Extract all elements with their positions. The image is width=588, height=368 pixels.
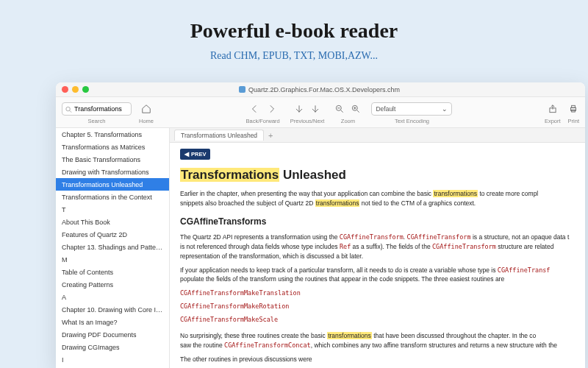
text-encoding-select[interactable]: Default ⌄ xyxy=(371,102,452,116)
toolbar: Search Home Back/Forward Previous/Next xyxy=(56,97,585,128)
sidebar-item[interactable]: T xyxy=(56,203,169,216)
next-icon[interactable] xyxy=(310,104,320,114)
sidebar-item[interactable]: Creating Patterns xyxy=(56,278,169,291)
sidebar-item[interactable]: Drawing PDF Documents xyxy=(56,328,169,341)
chevron-left-icon: ◀ xyxy=(184,150,189,158)
prev-button[interactable]: ◀ PREV xyxy=(180,149,210,160)
document-content: ◀ PREV Transformations Unleashed Earlier… xyxy=(170,143,585,368)
svg-rect-11 xyxy=(572,105,576,107)
sidebar-item[interactable]: Chapter 13. Shadings and Patterns xyxy=(56,241,169,253)
fullscreen-button[interactable] xyxy=(82,86,89,93)
prevnext-label: Previous/Next xyxy=(290,118,325,124)
sidebar-item[interactable]: Chapter 5. Transformations xyxy=(56,128,169,141)
print-icon[interactable] xyxy=(568,104,578,114)
sidebar-item[interactable]: What Is an Image? xyxy=(56,316,169,328)
home-icon[interactable] xyxy=(141,104,151,114)
svg-point-0 xyxy=(66,107,71,111)
sidebar-item[interactable]: The Basic Transformations xyxy=(56,153,169,166)
doc-heading: Transformations Unleashed xyxy=(180,166,575,185)
search-icon xyxy=(65,105,73,113)
zoom-out-icon[interactable] xyxy=(334,104,345,114)
traffic-lights xyxy=(62,86,89,93)
svg-line-4 xyxy=(341,110,343,112)
tab-current[interactable]: Transformations Unleashed xyxy=(174,130,264,141)
svg-line-8 xyxy=(357,110,359,112)
titlebar: Quartz.2D.Graphics.For.Mac.OS.X.Develope… xyxy=(56,82,585,97)
window-title: Quartz.2D.Graphics.For.Mac.OS.X.Develope… xyxy=(248,86,400,93)
export-label: Export xyxy=(545,118,561,124)
sidebar-item[interactable]: Chapter 10. Drawing with Core Image xyxy=(56,303,169,316)
sidebar-item[interactable]: Drawing CGImages xyxy=(56,341,169,353)
sidebar-item[interactable]: About This Book xyxy=(56,216,169,228)
document-icon xyxy=(239,86,245,93)
chevron-down-icon: ⌄ xyxy=(442,105,448,113)
sidebar-item[interactable]: Table of Contents xyxy=(56,266,169,278)
home-label: Home xyxy=(139,118,154,124)
code-line: CGAffineTransformMakeScale xyxy=(180,315,575,325)
zoom-in-icon[interactable] xyxy=(351,104,361,114)
code-line: CGAffineTransformMakeTranslation xyxy=(180,289,575,298)
svg-line-1 xyxy=(70,110,71,112)
paragraph: Earlier in the chapter, when presenting … xyxy=(180,189,575,208)
doc-subheading: CGAffineTransforms xyxy=(180,215,575,228)
sidebar-item[interactable]: A xyxy=(56,291,169,303)
sidebar-item[interactable]: Transformations Unleashed xyxy=(56,178,169,191)
back-icon[interactable] xyxy=(250,104,260,114)
hero-subtitle: Read CHM, EPUB, TXT, MOBI,AZW... xyxy=(0,50,588,62)
sidebar-item[interactable]: I xyxy=(56,353,169,366)
forward-icon[interactable] xyxy=(266,104,276,114)
sidebar-item[interactable]: Transformations in the Context xyxy=(56,191,169,203)
export-icon[interactable] xyxy=(548,104,558,114)
zoom-label: Zoom xyxy=(341,118,355,124)
sidebar-item[interactable]: Drawing with Transformations xyxy=(56,166,169,178)
paragraph: The other routines in previous discussio… xyxy=(180,355,575,364)
close-button[interactable] xyxy=(62,86,68,93)
minimize-button[interactable] xyxy=(72,86,79,93)
sidebar: Chapter 5. TransformationsTransformation… xyxy=(56,128,170,368)
paragraph: No surprisingly, these three routines cr… xyxy=(180,331,575,350)
previous-icon[interactable] xyxy=(294,104,304,114)
sidebar-item[interactable]: Transformations as Matrices xyxy=(56,141,169,153)
new-tab-button[interactable]: + xyxy=(268,131,273,140)
sidebar-item[interactable]: M xyxy=(56,253,169,266)
sidebar-item[interactable]: Features of Quartz 2D xyxy=(56,228,169,241)
textenc-label: Text Encoding xyxy=(395,118,429,124)
app-window: Quartz.2D.Graphics.For.Mac.OS.X.Develope… xyxy=(56,82,585,368)
tabbar: Transformations Unleashed + xyxy=(170,128,585,143)
code-line: CGAffineTransformMakeRotation xyxy=(180,302,575,311)
search-label: Search xyxy=(88,118,106,124)
paragraph: If your application needs to keep track … xyxy=(180,266,575,285)
hero-title: Powerful e-book reader xyxy=(0,19,588,43)
print-label: Print xyxy=(568,118,579,124)
backfwd-label: Back/Forward xyxy=(245,118,279,124)
paragraph: The Quartz 2D API represents a transform… xyxy=(180,233,575,261)
